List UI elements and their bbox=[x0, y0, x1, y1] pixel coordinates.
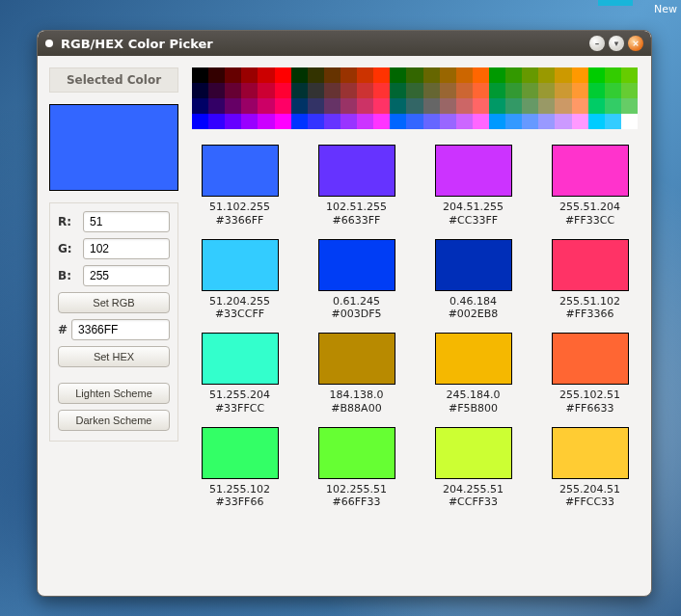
palette-cell[interactable] bbox=[572, 114, 588, 129]
palette-cell[interactable] bbox=[505, 98, 522, 114]
palette-cell[interactable] bbox=[473, 67, 489, 83]
palette-cell[interactable] bbox=[588, 114, 605, 129]
palette-cell[interactable] bbox=[192, 114, 208, 129]
hex-input[interactable] bbox=[71, 319, 170, 340]
g-input[interactable] bbox=[83, 238, 170, 259]
palette-cell[interactable] bbox=[324, 83, 340, 98]
palette-cell[interactable] bbox=[340, 114, 357, 129]
palette-cell[interactable] bbox=[522, 67, 538, 83]
palette-cell[interactable] bbox=[340, 98, 357, 114]
palette-cell[interactable] bbox=[621, 98, 638, 114]
palette-cell[interactable] bbox=[538, 98, 555, 114]
palette-cell[interactable] bbox=[225, 83, 241, 98]
palette-cell[interactable] bbox=[291, 114, 308, 129]
palette-cell[interactable] bbox=[275, 83, 291, 98]
swatch-box[interactable] bbox=[552, 145, 629, 197]
swatch-box[interactable] bbox=[435, 427, 512, 479]
palette-cell[interactable] bbox=[241, 114, 258, 129]
swatch-box[interactable] bbox=[318, 239, 395, 291]
window-menu-icon[interactable] bbox=[45, 40, 53, 47]
palette-cell[interactable] bbox=[572, 98, 588, 114]
palette-cell[interactable] bbox=[522, 98, 538, 114]
palette-cell[interactable] bbox=[390, 98, 406, 114]
palette-cell[interactable] bbox=[258, 83, 274, 98]
palette-cell[interactable] bbox=[423, 83, 440, 98]
palette-cell[interactable] bbox=[258, 114, 274, 129]
palette-cell[interactable] bbox=[390, 114, 406, 129]
palette-cell[interactable] bbox=[489, 83, 505, 98]
palette-cell[interactable] bbox=[340, 67, 357, 83]
palette-cell[interactable] bbox=[423, 98, 440, 114]
palette-cell[interactable] bbox=[308, 67, 324, 83]
palette-cell[interactable] bbox=[489, 114, 505, 129]
palette-cell[interactable] bbox=[308, 83, 324, 98]
close-button[interactable]: × bbox=[628, 36, 643, 51]
palette-cell[interactable] bbox=[572, 67, 588, 83]
palette-cell[interactable] bbox=[440, 83, 456, 98]
palette-cell[interactable] bbox=[423, 67, 440, 83]
swatch-box[interactable] bbox=[202, 239, 279, 291]
palette-cell[interactable] bbox=[406, 114, 422, 129]
palette-cell[interactable] bbox=[324, 67, 340, 83]
palette-cell[interactable] bbox=[440, 114, 456, 129]
r-input[interactable] bbox=[83, 211, 170, 232]
minimize-button[interactable]: – bbox=[589, 36, 605, 51]
palette-cell[interactable] bbox=[258, 67, 274, 83]
palette-cell[interactable] bbox=[324, 98, 340, 114]
swatch-box[interactable] bbox=[318, 427, 395, 479]
palette-cell[interactable] bbox=[621, 67, 638, 83]
swatch-box[interactable] bbox=[435, 145, 512, 197]
palette-cell[interactable] bbox=[555, 98, 571, 114]
palette-cell[interactable] bbox=[505, 83, 522, 98]
palette-cell[interactable] bbox=[489, 67, 505, 83]
palette-cell[interactable] bbox=[291, 98, 308, 114]
palette-cell[interactable] bbox=[588, 83, 605, 98]
palette-cell[interactable] bbox=[505, 114, 522, 129]
swatch-box[interactable] bbox=[318, 333, 395, 385]
palette-cell[interactable] bbox=[423, 114, 440, 129]
palette-cell[interactable] bbox=[324, 114, 340, 129]
palette-cell[interactable] bbox=[522, 83, 538, 98]
palette-cell[interactable] bbox=[241, 98, 258, 114]
palette-cell[interactable] bbox=[621, 83, 638, 98]
palette-cell[interactable] bbox=[605, 83, 621, 98]
palette-cell[interactable] bbox=[192, 67, 208, 83]
palette-cell[interactable] bbox=[406, 98, 422, 114]
palette-cell[interactable] bbox=[357, 114, 373, 129]
palette-cell[interactable] bbox=[555, 67, 571, 83]
palette-cell[interactable] bbox=[456, 98, 473, 114]
palette-cell[interactable] bbox=[456, 114, 473, 129]
palette-cell[interactable] bbox=[522, 114, 538, 129]
palette-cell[interactable] bbox=[241, 67, 258, 83]
palette-cell[interactable] bbox=[406, 67, 422, 83]
palette-cell[interactable] bbox=[192, 83, 208, 98]
palette-cell[interactable] bbox=[440, 67, 456, 83]
swatch-box[interactable] bbox=[435, 333, 512, 385]
palette-cell[interactable] bbox=[373, 83, 390, 98]
palette-cell[interactable] bbox=[456, 67, 473, 83]
palette-cell[interactable] bbox=[456, 83, 473, 98]
palette-cell[interactable] bbox=[406, 83, 422, 98]
palette-cell[interactable] bbox=[208, 83, 225, 98]
palette-cell[interactable] bbox=[473, 98, 489, 114]
titlebar[interactable]: RGB/HEX Color Picker – ▾ × bbox=[38, 31, 651, 56]
palette-cell[interactable] bbox=[538, 114, 555, 129]
palette-cell[interactable] bbox=[225, 67, 241, 83]
palette-cell[interactable] bbox=[357, 67, 373, 83]
palette-cell[interactable] bbox=[555, 114, 571, 129]
palette-cell[interactable] bbox=[473, 114, 489, 129]
panel-new-indicator[interactable]: New bbox=[654, 3, 677, 15]
palette-cell[interactable] bbox=[340, 83, 357, 98]
swatch-box[interactable] bbox=[202, 427, 279, 479]
palette-cell[interactable] bbox=[555, 83, 571, 98]
palette-cell[interactable] bbox=[357, 98, 373, 114]
palette-cell[interactable] bbox=[208, 67, 225, 83]
palette-cell[interactable] bbox=[308, 98, 324, 114]
palette-cell[interactable] bbox=[572, 83, 588, 98]
palette-cell[interactable] bbox=[357, 83, 373, 98]
palette-cell[interactable] bbox=[440, 98, 456, 114]
swatch-box[interactable] bbox=[435, 239, 512, 291]
palette-cell[interactable] bbox=[605, 67, 621, 83]
swatch-box[interactable] bbox=[202, 333, 279, 385]
palette-cell[interactable] bbox=[505, 67, 522, 83]
